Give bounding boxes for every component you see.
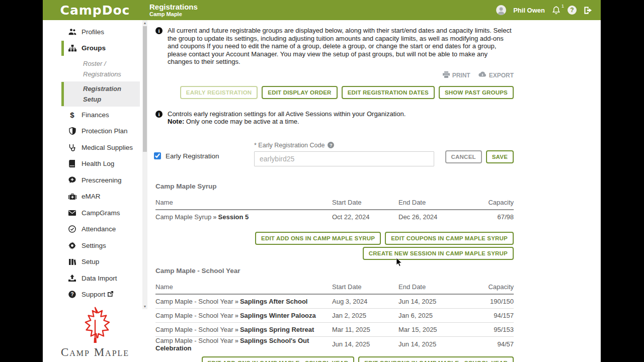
maple-leaf-icon xyxy=(75,336,115,344)
print-label: PRINT xyxy=(452,72,470,79)
sidebar-item-emar[interactable]: eMAR xyxy=(61,189,140,205)
section-title-school-year: Camp Maple - School Year xyxy=(155,267,514,275)
organization-name: Camp Maple xyxy=(149,11,198,18)
info-icon: i xyxy=(155,27,163,34)
sidebar-item-data-import[interactable]: Data Import xyxy=(61,270,140,287)
session-name: Session 5 xyxy=(218,213,249,221)
table-row[interactable]: Camp Maple - School Year»Saplings After … xyxy=(155,295,514,309)
show-past-groups-button[interactable]: SHOW PAST GROUPS xyxy=(439,86,514,99)
sidebar-item-protection-plan[interactable]: Protection Plan xyxy=(61,123,140,140)
comment-medical-icon xyxy=(68,176,76,184)
group-name: Camp Maple Syrup xyxy=(155,213,211,221)
group-session-name: Camp Maple - School Year»Saplings After … xyxy=(155,298,332,305)
early-registration-code-input[interactable] xyxy=(254,151,434,166)
sidebar-item-campgrams[interactable]: CampGrams xyxy=(61,205,140,221)
sidebar-item-registration-setup[interactable]: Registration Setup xyxy=(61,81,140,107)
cancel-button[interactable]: CANCEL xyxy=(445,150,482,163)
sidebar-item-medical-supplies[interactable]: Medical Supplies xyxy=(61,139,140,156)
early-registration-button[interactable]: EARLY REGISTRATION xyxy=(180,86,258,99)
organization-logo-text: Camp Maple xyxy=(43,346,147,359)
avatar-icon[interactable] xyxy=(496,5,507,16)
edit-registration-dates-button[interactable]: EDIT REGISTRATION DATES xyxy=(342,86,435,99)
sidebar-item-roster-registrations[interactable]: Roster / Registrations xyxy=(61,56,140,81)
sidebar-item-profiles[interactable]: Profiles xyxy=(61,24,140,40)
save-button[interactable]: SAVE xyxy=(486,150,514,163)
sidebar-item-label: Medical Supplies xyxy=(82,144,133,151)
table-row[interactable]: Camp Maple Syrup»Session 5 Oct 22, 2024 … xyxy=(155,210,514,224)
column-capacity: Capacity xyxy=(463,199,514,206)
sitemap-icon xyxy=(68,45,76,52)
scrollbar-thumb[interactable] xyxy=(143,26,147,152)
export-button[interactable]: EXPORT xyxy=(478,71,514,79)
active-indicator xyxy=(61,107,64,123)
notifications-bell-icon[interactable]: 1 xyxy=(551,6,561,15)
shield-icon xyxy=(68,127,76,135)
table-row[interactable]: Camp Maple - School Year»Saplings Winter… xyxy=(155,309,514,323)
early-registration-toggle[interactable]: Early Registration xyxy=(154,152,219,160)
create-session-syrup-button[interactable]: CREATE NEW SESSION IN CAMP MAPLE SYRUP xyxy=(363,247,514,260)
screen: CampDoc Registrations Camp Maple Phil Ow… xyxy=(0,0,644,362)
group-name: Camp Maple - School Year xyxy=(155,312,233,319)
sidebar-item-label: Health Log xyxy=(82,160,114,167)
scroll-up-arrow[interactable]: ▲ xyxy=(142,20,147,26)
edit-addons-syrup-button[interactable]: EDIT ADD ONS IN CAMP MAPLE SYRUP xyxy=(255,232,381,245)
sidebar-item-prescreening[interactable]: Prescreening xyxy=(61,172,140,189)
syrup-actions: EDIT ADD ONS IN CAMP MAPLE SYRUP EDIT CO… xyxy=(155,232,514,260)
sidebar-item-label: CampGrams xyxy=(82,209,120,217)
sidebar-item-support[interactable]: ? Support xyxy=(61,287,140,303)
check-circle-icon xyxy=(68,225,76,233)
start-date: Mar 11, 2025 xyxy=(332,326,398,333)
active-indicator xyxy=(61,222,64,237)
sidebar-item-label: Setup xyxy=(82,258,99,265)
page-title: Registrations xyxy=(149,3,198,11)
table-row[interactable]: Camp Maple - School Year»Saplings Spring… xyxy=(155,323,514,337)
edit-addons-school-year-button[interactable]: EDIT ADD-ONS IN CAMP MAPLE - SCHOOL YEAR xyxy=(202,356,355,362)
main-content: i All current and future registrable gro… xyxy=(147,20,601,362)
sidebar-item-setup[interactable]: Setup xyxy=(61,254,140,270)
sidebar-item-settings[interactable]: Settings xyxy=(61,237,140,254)
code-label-text: * Early Registration Code xyxy=(254,142,325,149)
dollar-icon: $ xyxy=(68,111,76,119)
sidebar-item-groups[interactable]: Groups xyxy=(61,40,140,57)
scroll-down-arrow[interactable]: ▼ xyxy=(142,304,147,309)
sidebar-item-health-log[interactable]: Health Log xyxy=(61,156,140,172)
active-indicator xyxy=(61,172,64,188)
logout-icon[interactable] xyxy=(583,6,593,15)
column-name: Name xyxy=(155,199,332,206)
question-circle-icon: ? xyxy=(68,291,76,298)
early-registration-checkbox[interactable] xyxy=(154,152,161,159)
sidebar-item-label: eMAR xyxy=(82,193,101,200)
column-end-date: End Date xyxy=(398,199,463,206)
sidebar-scrollbar[interactable]: ▲ ▼ xyxy=(142,20,147,309)
note-label: Note: xyxy=(168,118,184,125)
svg-text:?: ? xyxy=(70,292,73,297)
groups-toolbar: EARLY REGISTRATION EDIT DISPLAY ORDER ED… xyxy=(155,86,514,99)
sidebar-item-attendance[interactable]: Attendance xyxy=(61,221,140,238)
edit-coupons-school-year-button[interactable]: EDIT COUPONS IN CAMP MAPLE - SCHOOL YEAR xyxy=(358,356,514,362)
sidebar-item-label: Prescreening xyxy=(82,176,122,184)
help-icon[interactable]: ? xyxy=(568,6,577,15)
school-year-actions: EDIT ADD-ONS IN CAMP MAPLE - SCHOOL YEAR… xyxy=(155,356,514,362)
groups-table-syrup: Name Start Date End Date Capacity Camp M… xyxy=(155,196,514,224)
organization-logo: Camp Maple xyxy=(43,307,147,359)
session-name: Saplings Winter Palooza xyxy=(240,312,316,319)
active-indicator xyxy=(61,140,64,155)
session-name: Saplings Spring Retreat xyxy=(240,326,314,333)
active-indicator xyxy=(61,287,64,303)
code-help-icon[interactable]: ? xyxy=(328,142,334,148)
sidebar-item-finances[interactable]: $ Finances xyxy=(61,107,140,123)
table-row[interactable]: Camp Maple - School Year»Saplings School… xyxy=(155,337,514,350)
edit-display-order-button[interactable]: EDIT DISPLAY ORDER xyxy=(262,86,337,99)
end-date: Jun 14, 2025 xyxy=(398,340,463,348)
sidebar-item-label: Registration Setup xyxy=(83,83,140,105)
app-logo: CampDoc xyxy=(43,3,147,18)
sidebar-item-label: Profiles xyxy=(82,28,104,36)
column-name: Name xyxy=(155,283,332,291)
print-button[interactable]: PRINT xyxy=(443,71,470,79)
gear-icon xyxy=(68,242,76,249)
edit-coupons-syrup-button[interactable]: EDIT COUPONS IN CAMP MAPLE SYRUP xyxy=(385,232,514,245)
user-menu[interactable]: Phil Owen xyxy=(513,7,545,14)
capacity: 94/57 xyxy=(463,340,514,348)
book-icon xyxy=(68,160,76,167)
active-indicator xyxy=(61,82,64,106)
